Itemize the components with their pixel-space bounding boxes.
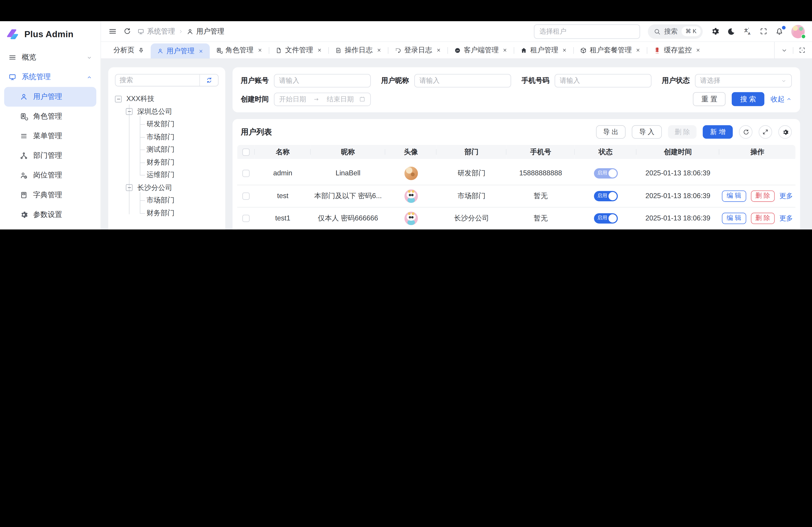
sidebar-item-notice[interactable]: 通知公告 (4, 225, 96, 229)
status-select[interactable]: 请选择 (695, 74, 792, 88)
tab-login-log[interactable]: 登录日志 (388, 42, 447, 58)
table-refresh-button[interactable] (739, 125, 752, 139)
more-link[interactable]: 更多 (779, 213, 793, 223)
sidebar-item-system-management[interactable]: 系统管理 (4, 67, 96, 87)
row-checkbox[interactable] (242, 215, 249, 222)
sidebar-item-role-management[interactable]: 角色管理 (4, 107, 96, 126)
tenant-select-input[interactable]: 选择租户 (534, 24, 640, 39)
refresh-page-button[interactable] (123, 28, 131, 35)
close-icon[interactable] (695, 48, 700, 53)
close-icon[interactable] (635, 48, 641, 53)
tree-node-dept[interactable]: 市场部门 (115, 194, 219, 207)
sidebar-item-dict-management[interactable]: 字典管理 (4, 185, 96, 205)
more-link[interactable]: 更多 (779, 191, 793, 200)
close-icon[interactable] (562, 48, 567, 53)
status-toggle[interactable]: 启用 (594, 191, 618, 201)
fullscreen-button[interactable] (760, 28, 767, 35)
tree-collapse-icon[interactable] (115, 95, 122, 102)
row-checkbox[interactable] (242, 193, 249, 200)
tab-list-dropdown-button[interactable] (781, 47, 788, 54)
toggle-knob (608, 169, 617, 177)
client-icon (454, 47, 461, 54)
sidebar-item-menu-management[interactable]: 菜单管理 (4, 126, 96, 146)
table-settings-button[interactable] (778, 125, 792, 139)
import-button[interactable]: 导 入 (632, 125, 662, 139)
tab-user-management[interactable]: 用户管理 (150, 44, 209, 59)
sidebar-item-post-management[interactable]: 岗位管理 (4, 166, 96, 185)
export-button[interactable]: 导 出 (596, 125, 625, 139)
notifications-button[interactable] (775, 27, 784, 35)
close-icon[interactable] (317, 48, 322, 53)
global-search-button[interactable]: 搜索 ⌘ K (648, 24, 702, 39)
edit-button[interactable]: 编 辑 (722, 190, 746, 202)
close-icon[interactable] (502, 48, 508, 53)
tree-node-dept[interactable]: 财务部门 (115, 207, 219, 219)
language-button[interactable] (743, 27, 752, 35)
sidebar-item-dept-management[interactable]: 部门管理 (4, 146, 96, 165)
search-button[interactable]: 搜 索 (732, 92, 765, 106)
user-icon (20, 93, 28, 101)
tree-node-company[interactable]: 长沙分公司 (115, 181, 219, 194)
user-icon (187, 28, 194, 35)
nickname-input[interactable]: 请输入 (414, 74, 511, 88)
hamburger-icon (108, 27, 117, 35)
settings-button[interactable] (710, 27, 719, 35)
tree-collapse-icon[interactable] (126, 184, 133, 191)
tree-node-company[interactable]: 深圳总公司 (115, 105, 219, 118)
status-toggle[interactable]: 启用 (594, 213, 618, 223)
delete-row-button[interactable]: 删 除 (751, 212, 775, 224)
close-icon[interactable] (198, 48, 203, 54)
add-button[interactable]: 新 增 (703, 125, 733, 139)
refresh-icon (205, 77, 213, 84)
row-checkbox[interactable] (242, 170, 249, 177)
tab-cache-monitor[interactable]: 缓存监控 (647, 42, 707, 58)
reset-button[interactable]: 重 置 (693, 92, 726, 106)
close-icon[interactable] (376, 48, 381, 53)
tree-node-label: XXX科技 (126, 94, 154, 104)
breadcrumb-user-management[interactable]: 用户管理 (187, 27, 224, 36)
tree-collapse-icon[interactable] (126, 108, 133, 115)
tree-node-dept[interactable]: 研发部门 (115, 118, 219, 131)
content-fullscreen-button[interactable] (798, 47, 806, 54)
sidebar-item-label: 用户管理 (33, 92, 62, 102)
sidebar-item-overview[interactable]: 概览 (4, 48, 96, 67)
avatar[interactable] (791, 25, 805, 38)
delete-row-button[interactable]: 删 除 (751, 190, 775, 202)
menu-icon (20, 132, 28, 140)
tab-role-management[interactable]: 角色管理 (209, 42, 269, 58)
placeholder: 请输入 (279, 76, 299, 85)
tree-node-dept[interactable]: 财务部门 (115, 156, 219, 169)
tab-tenant-package-management[interactable]: 租户套餐管理 (574, 42, 647, 58)
tab-file-management[interactable]: 文件管理 (269, 42, 328, 58)
tree-refresh-button[interactable] (199, 75, 218, 86)
tree-node-dept[interactable]: 运维部门 (115, 169, 219, 181)
status-toggle[interactable]: 启用 (594, 168, 618, 179)
close-icon[interactable] (436, 48, 441, 53)
date-range-input[interactable]: 开始日期 结束日期 (274, 92, 371, 106)
sidebar-nav: 概览 系统管理 用户管理 角色管理 菜单管理 (0, 46, 100, 229)
breadcrumb-system-management[interactable]: 系统管理 (137, 27, 175, 36)
tab-tenant-management[interactable]: 租户管理 (514, 42, 574, 58)
tree-node-dept[interactable]: 测试部门 (115, 144, 219, 156)
delete-button[interactable]: 删 除 (668, 125, 697, 139)
dark-mode-button[interactable] (727, 27, 735, 35)
table-fullscreen-button[interactable] (758, 125, 772, 139)
tree-node-root[interactable]: XXX科技 (115, 93, 219, 105)
sidebar-item-user-management[interactable]: 用户管理 (4, 87, 96, 107)
hamburger-button[interactable] (108, 27, 117, 35)
tab-analysis[interactable]: 分析页 (107, 42, 150, 58)
translate-icon (743, 27, 752, 35)
tree-search-input[interactable]: 搜索 (115, 75, 199, 86)
tree-node-dept[interactable]: 市场部门 (115, 131, 219, 144)
sidebar-item-param-settings[interactable]: 参数设置 (4, 205, 96, 225)
close-icon[interactable] (257, 48, 262, 53)
edit-button[interactable]: 编 辑 (722, 212, 746, 224)
select-all-checkbox[interactable] (242, 149, 249, 156)
collapse-filter-link[interactable]: 收起 (770, 94, 792, 104)
tab-client-management[interactable]: 客户端管理 (448, 42, 514, 58)
sidebar-item-label: 系统管理 (21, 72, 51, 81)
account-input[interactable]: 请输入 (274, 74, 371, 88)
tab-bar: 分析页 用户管理 角色管理 文件管理 (101, 42, 812, 59)
tab-operation-log[interactable]: 操作日志 (329, 42, 388, 58)
phone-input[interactable]: 请输入 (555, 74, 651, 88)
